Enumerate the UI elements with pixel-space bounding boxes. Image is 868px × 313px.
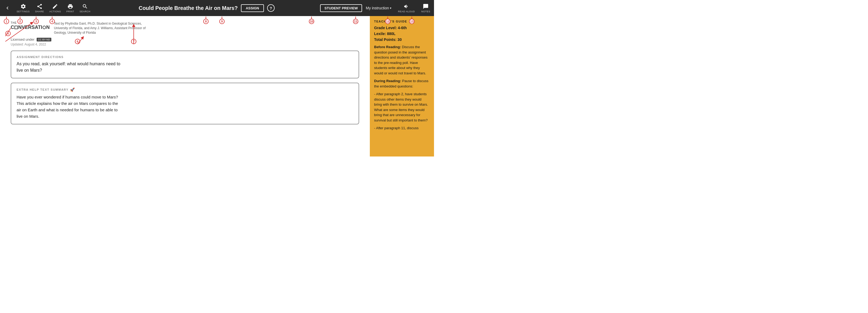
actions-button[interactable]: ACTIONS — [47, 0, 64, 16]
guide-during-reading: During Reading: Pause to discuss the emb… — [374, 79, 430, 89]
guide-points: Total Points: 30 — [374, 37, 430, 42]
guide-grade: Grade Level: 4-6th — [374, 26, 430, 30]
svg-point-1 — [37, 6, 39, 7]
chevron-down-icon: ▾ — [390, 6, 392, 10]
annotation-5-area: 5 — [3, 31, 13, 44]
main-article: THE CNVERSATIN Text by Phylindia Gant, P… — [0, 16, 370, 156]
search-button[interactable]: SEARCH — [77, 0, 93, 16]
toolbar-right: STUDENT PREVIEW My instruction ▾ READ AL… — [320, 0, 433, 16]
read-aloud-button[interactable]: READ ALOUD — [395, 0, 417, 16]
update-text: Updated: August 4, 2022 — [11, 42, 359, 46]
guide-title: TEACHER'S GUIDE — [374, 20, 430, 23]
settings-label: SETTINGS — [17, 10, 30, 13]
license-badge: CC BY-ND — [37, 38, 51, 41]
directions-box: ASSIGNMENT DIRECTIONS As you read, ask y… — [11, 51, 359, 79]
toolbar: SETTINGS SHARE ACTIONS PRINT SEARCH Coul… — [0, 0, 434, 16]
svg-point-2 — [40, 7, 42, 8]
toolbar-container: SETTINGS SHARE ACTIONS PRINT SEARCH Coul… — [0, 0, 434, 16]
directions-label: ASSIGNMENT DIRECTIONS — [17, 55, 353, 59]
notes-label: NOTES — [421, 10, 430, 13]
guide-lexile: Lexile: 880L — [374, 32, 430, 36]
notes-button[interactable]: NOTES — [418, 0, 433, 16]
license-label: Licensed under — [11, 37, 34, 41]
actions-label: ACTIONS — [50, 10, 61, 13]
title-section: Could People Breathe the Air on Mars? AS… — [93, 4, 320, 12]
my-instruction-button[interactable]: My instruction ▾ — [363, 4, 394, 11]
print-button[interactable]: PRINT — [64, 0, 77, 16]
settings-button[interactable]: SETTINGS — [14, 0, 32, 16]
rocket-icon: 🚀 — [70, 88, 75, 92]
license-row: Licensed under CC BY-ND — [11, 37, 359, 41]
share-label: SHARE — [35, 10, 44, 13]
help-label: EXTRA HELP TEXT SUMMARY 🚀 — [17, 88, 353, 92]
annotation-7-area: 7 — [131, 39, 136, 44]
student-preview-button[interactable]: STUDENT PREVIEW — [320, 4, 362, 12]
guide-before-reading: Before Reading: Discuss the question pos… — [374, 44, 430, 76]
guide-bullet2: - After paragraph 11, discuss — [374, 125, 430, 131]
article-title: Could People Breathe the Air on Mars? — [138, 5, 238, 11]
read-aloud-label: READ ALOUD — [398, 10, 415, 13]
back-button[interactable] — [1, 0, 14, 16]
guide-bullet1: - After paragraph 2, have students discu… — [374, 92, 430, 123]
help-text: Have you ever wondered if humans could m… — [17, 94, 353, 120]
source-logo: THE CNVERSATIN — [11, 22, 50, 31]
svg-line-3 — [39, 7, 40, 8]
author-text: Text by Phylindia Gant, Ph.D. Student in… — [54, 22, 146, 35]
share-button[interactable]: SHARE — [32, 0, 47, 16]
print-label: PRINT — [66, 10, 74, 13]
content-area: THE CNVERSATIN Text by Phylindia Gant, P… — [0, 16, 434, 156]
svg-point-0 — [40, 4, 42, 5]
help-box: EXTRA HELP TEXT SUMMARY 🚀 Have you ever … — [11, 83, 359, 124]
article-source: THE CNVERSATIN Text by Phylindia Gant, P… — [11, 22, 359, 35]
help-button[interactable]: ? — [267, 4, 275, 12]
annotation-6-area: 6 — [75, 39, 80, 44]
teachers-guide: TEACHER'S GUIDE Grade Level: 4-6th Lexil… — [370, 16, 434, 156]
my-instruction-label: My instruction — [366, 6, 389, 10]
svg-line-4 — [39, 5, 40, 6]
search-label: SEARCH — [80, 10, 91, 13]
assign-button[interactable]: ASSIGN — [241, 4, 264, 12]
directions-text: As you read, ask yourself: what would hu… — [17, 61, 353, 73]
